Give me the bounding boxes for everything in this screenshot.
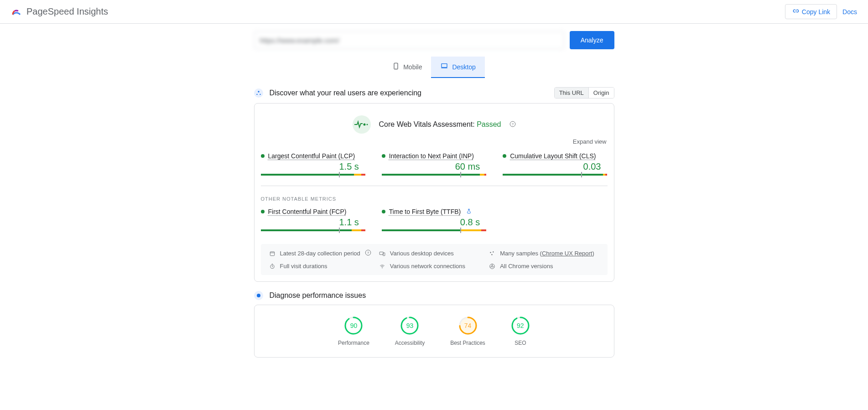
mobile-icon <box>392 62 400 72</box>
flask-icon <box>466 208 472 215</box>
metric-value: 0.03 <box>503 161 607 172</box>
gauge-score: 92 <box>517 322 524 329</box>
info-devices: Various desktop devices <box>379 249 489 257</box>
metric: Cumulative Layout Shift (CLS)0.03 <box>503 152 607 176</box>
gauge-label: SEO <box>515 340 526 346</box>
svg-point-17 <box>491 254 492 255</box>
pulse-icon <box>353 115 371 134</box>
svg-point-15 <box>490 252 491 253</box>
copy-link-button[interactable]: Copy Link <box>785 4 837 19</box>
distribution-bar <box>382 229 486 231</box>
gauge-ring: 92 <box>511 316 530 335</box>
gauge[interactable]: 93Accessibility <box>395 316 425 346</box>
info-durations: Full visit durations <box>269 263 379 270</box>
tab-mobile[interactable]: Mobile <box>383 57 431 78</box>
gauge-ring: 93 <box>400 316 419 335</box>
gauge-label: Best Practices <box>450 340 485 346</box>
analyze-button[interactable]: Analyze <box>570 31 614 49</box>
metric: First Contentful Paint (FCP)1.1 s <box>261 208 365 231</box>
gauge-score: 74 <box>464 322 472 329</box>
metric: Interaction to Next Paint (INP)60 ms <box>382 152 486 176</box>
metric-value: 0.8 s <box>382 217 486 228</box>
svg-text:?: ? <box>512 122 514 125</box>
metric-name[interactable]: First Contentful Paint (FCP) <box>268 208 347 215</box>
gauge-ring: 74 <box>458 316 478 335</box>
tab-desktop[interactable]: Desktop <box>431 57 484 78</box>
info-versions: All Chrome versions <box>489 263 599 270</box>
gauge-label: Performance <box>338 340 369 346</box>
svg-rect-10 <box>270 251 274 255</box>
info-connections: Various network connections <box>379 263 489 270</box>
svg-point-4 <box>256 93 257 94</box>
svg-point-22 <box>257 294 260 297</box>
tab-mobile-label: Mobile <box>403 63 422 71</box>
toggle-this-url[interactable]: This URL <box>555 88 588 98</box>
svg-text:?: ? <box>367 251 369 254</box>
svg-point-3 <box>258 91 260 93</box>
svg-point-7 <box>366 124 368 125</box>
help-icon[interactable]: ? <box>365 249 371 257</box>
pagespeed-logo-icon <box>11 6 22 17</box>
status-dot-icon <box>503 154 506 158</box>
distribution-bar <box>382 174 486 176</box>
assessment-status: Passed <box>477 120 501 128</box>
status-dot-icon <box>261 154 265 158</box>
chrome-ux-report-link[interactable]: Chrome UX Report <box>542 250 593 257</box>
gauge[interactable]: 74Best Practices <box>450 316 485 346</box>
chrome-icon <box>489 263 495 270</box>
desktop-icon <box>440 62 448 71</box>
svg-rect-2 <box>442 64 447 67</box>
scatter-icon <box>489 250 495 257</box>
url-origin-toggle: This URL Origin <box>554 87 614 99</box>
devices-icon <box>379 250 385 257</box>
gauge-score: 90 <box>350 322 358 329</box>
svg-point-16 <box>493 251 494 252</box>
gauge[interactable]: 92SEO <box>511 316 530 346</box>
field-section-title: Discover what your real users are experi… <box>270 89 421 97</box>
docs-link[interactable]: Docs <box>842 8 857 16</box>
wifi-icon <box>379 263 385 270</box>
link-icon <box>792 7 799 16</box>
metric-name[interactable]: Time to First Byte (TTFB) <box>389 208 461 215</box>
svg-point-5 <box>260 93 260 94</box>
help-icon[interactable]: ? <box>509 121 516 129</box>
status-dot-icon <box>382 154 385 158</box>
metric-value: 1.5 s <box>261 161 365 172</box>
expand-view-link[interactable]: Expand view <box>255 138 614 152</box>
svg-rect-13 <box>379 252 383 254</box>
assessment-text: Core Web Vitals Assessment: Passed <box>379 120 501 129</box>
toggle-origin[interactable]: Origin <box>588 88 614 98</box>
status-dot-icon <box>261 210 265 213</box>
copy-link-label: Copy Link <box>802 8 830 16</box>
gauge-ring: 90 <box>344 316 363 335</box>
distribution-bar <box>261 229 365 231</box>
svg-point-21 <box>491 265 493 267</box>
field-data-icon <box>254 88 263 98</box>
lab-data-icon <box>254 291 263 300</box>
stopwatch-icon <box>269 263 275 270</box>
metric-name[interactable]: Largest Contentful Paint (LCP) <box>268 152 355 160</box>
svg-point-19 <box>382 268 382 268</box>
lab-section-title: Diagnose performance issues <box>270 291 366 300</box>
assessment-label: Core Web Vitals Assessment: <box>379 120 475 128</box>
info-samples: Many samples (Chrome UX Report) <box>489 249 599 257</box>
info-collection-period: Latest 28-day collection period ? <box>269 249 379 257</box>
gauge-score: 93 <box>406 322 414 329</box>
url-input[interactable] <box>254 31 564 49</box>
svg-point-6 <box>363 124 365 126</box>
metric-value: 1.1 s <box>261 217 365 228</box>
tab-desktop-label: Desktop <box>452 63 475 71</box>
distribution-bar <box>261 174 365 176</box>
calendar-icon <box>269 250 275 257</box>
status-dot-icon <box>382 210 385 213</box>
metric-name[interactable]: Interaction to Next Paint (INP) <box>389 152 474 160</box>
distribution-bar <box>503 174 607 176</box>
gauge[interactable]: 90Performance <box>338 316 369 346</box>
svg-point-1 <box>396 68 396 68</box>
metric: Time to First Byte (TTFB)0.8 s <box>382 208 486 231</box>
metric-name[interactable]: Cumulative Layout Shift (CLS) <box>510 152 596 160</box>
metric-value: 60 ms <box>382 161 486 172</box>
app-title: PageSpeed Insights <box>26 6 108 17</box>
other-metrics-heading: OTHER NOTABLE METRICS <box>255 196 614 202</box>
gauge-label: Accessibility <box>395 340 425 346</box>
